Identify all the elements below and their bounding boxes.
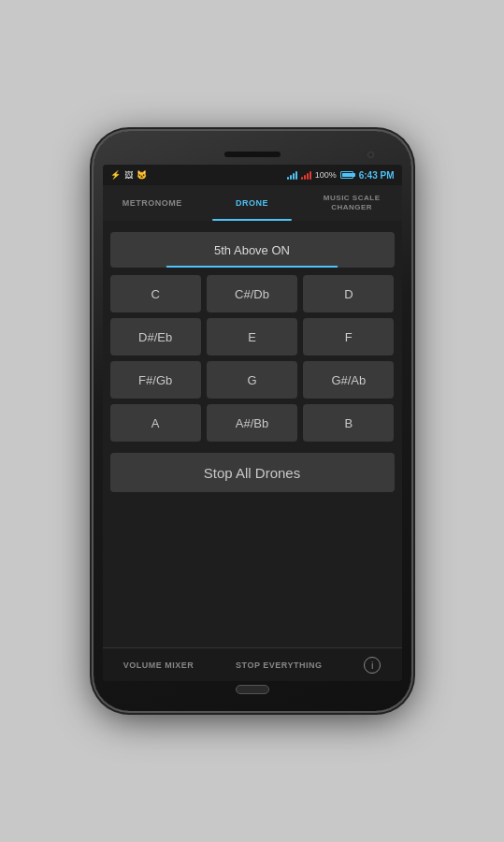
note-fsharp-gb[interactable]: F#/Gb — [110, 361, 201, 399]
note-gsharp-ab[interactable]: G#/Ab — [303, 361, 394, 399]
stop-all-drones-button[interactable]: Stop All Drones — [110, 453, 395, 492]
speaker — [224, 152, 281, 157]
image-icon: 🖼 — [124, 170, 133, 180]
tab-bar: METRONOME DRONE MUSIC SCALE CHANGER — [103, 185, 402, 221]
note-row-1: C C#/Db D — [110, 275, 395, 312]
status-left-icons: ⚡ 🖼 🐱 — [110, 170, 147, 180]
signal-bars-blue — [287, 171, 297, 180]
usb-icon: ⚡ — [110, 170, 121, 180]
tab-music-scale[interactable]: MUSIC SCALE CHANGER — [302, 185, 402, 221]
home-button[interactable] — [236, 685, 269, 694]
main-content: 5th Above ON C C#/Db D D — [103, 221, 402, 647]
stop-everything-button[interactable]: STOP EVERYTHING — [236, 661, 322, 670]
note-row-2: D#/Eb E F — [110, 318, 395, 356]
note-asharp-bb[interactable]: A#/Bb — [207, 404, 297, 442]
volume-mixer-button[interactable]: VOLUME MIXER — [123, 661, 194, 670]
bar3 — [293, 173, 295, 180]
note-a[interactable]: A — [110, 404, 201, 442]
bottom-bar: VOLUME MIXER STOP EVERYTHING i — [103, 647, 402, 681]
battery-percentage: 100% — [315, 170, 337, 180]
bar1 — [287, 177, 289, 180]
note-grid: C C#/Db D D#/Eb E — [110, 275, 395, 442]
signal-bars-red — [301, 171, 311, 180]
cat-icon: 🐱 — [137, 170, 147, 180]
front-camera — [367, 152, 374, 158]
rbar3 — [307, 173, 309, 180]
fifth-above-button[interactable]: 5th Above ON — [110, 232, 395, 268]
note-c[interactable]: C — [110, 275, 201, 312]
note-csharp-db[interactable]: C#/Db — [207, 275, 297, 312]
note-row-3: F#/Gb G G#/Ab — [110, 361, 395, 399]
tab-drone[interactable]: DRONE — [202, 185, 302, 221]
phone-bottom — [236, 681, 269, 698]
note-g[interactable]: G — [207, 361, 297, 399]
time-display: 6:43 PM — [359, 170, 395, 181]
phone-frame: ⚡ 🖼 🐱 100% — [94, 131, 411, 711]
note-e[interactable]: E — [207, 318, 297, 356]
rbar2 — [304, 175, 306, 180]
note-dsharp-eb[interactable]: D#/Eb — [110, 318, 201, 356]
tab-metronome[interactable]: METRONOME — [103, 185, 203, 221]
rbar4 — [310, 171, 311, 180]
bar4 — [295, 171, 297, 180]
status-right: 100% 6:43 PM — [287, 170, 395, 181]
note-f[interactable]: F — [303, 318, 394, 356]
screen: ⚡ 🖼 🐱 100% — [103, 165, 402, 681]
info-button[interactable]: i — [364, 657, 381, 674]
status-bar: ⚡ 🖼 🐱 100% — [103, 165, 402, 185]
phone-top-bar — [103, 144, 402, 165]
note-row-4: A A#/Bb B — [110, 404, 395, 442]
battery-icon — [340, 171, 355, 179]
rbar1 — [301, 177, 303, 180]
bar2 — [290, 175, 292, 180]
note-d[interactable]: D — [303, 275, 394, 312]
note-b[interactable]: B — [303, 404, 394, 442]
